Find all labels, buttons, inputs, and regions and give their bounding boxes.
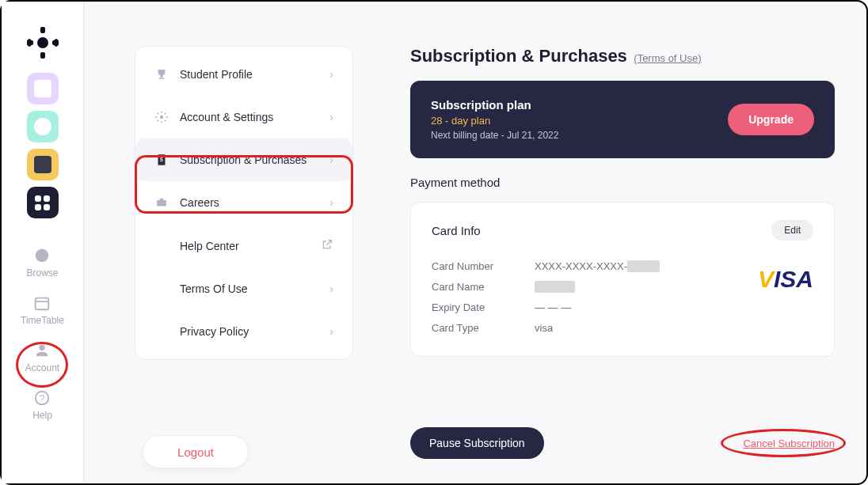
chevron-right-icon: › [329,68,333,81]
card-number-value: XXXX-XXXX-XXXX-0077 [535,256,660,277]
nav-help[interactable]: ? Help [32,389,52,421]
upgrade-button[interactable]: Upgrade [728,104,814,135]
external-link-icon [321,238,333,253]
menu-label: Account & Settings [180,111,329,123]
card-expiry-value: — — — [535,297,660,318]
card-type-value: visa [535,318,660,339]
nav-timetable[interactable]: TimeTable [21,294,64,326]
main-content: Subscription & Purchases (Terms of Use) … [410,46,835,357]
workspace-thumb-3[interactable] [27,149,59,180]
menu-student-profile[interactable]: Student Profile › [135,53,352,96]
card-type-label: Card Type [432,318,535,339]
subscription-plan: 28 - day plan [431,115,558,127]
svg-rect-1 [40,27,45,33]
card-info-box: Card Info Edit Card Number Card Name Exp… [410,202,835,357]
svg-point-0 [37,37,48,48]
workspace-thumb-1[interactable] [27,73,59,104]
menu-label: Subscription & Purchases [180,153,329,166]
chevron-right-icon: › [329,111,333,123]
briefcase-icon [154,195,169,210]
subscription-banner: Subscription plan 28 - day plan Next bil… [410,81,835,158]
gear-icon [154,110,169,124]
edit-card-button[interactable]: Edit [771,220,813,241]
visa-logo: VISA [758,266,813,293]
nav-browse[interactable]: Browse [26,247,58,278]
chevron-right-icon: › [329,153,333,166]
card-expiry-label: Expiry Date [432,297,535,318]
payment-method-label: Payment method [410,176,835,189]
subscription-title: Subscription plan [431,98,558,112]
svg-point-16 [160,116,164,119]
svg-point-9 [36,249,49,263]
user-icon [33,342,51,359]
menu-careers[interactable]: Careers › [135,181,352,224]
cancel-subscription-link[interactable]: Cancel Subscription [743,438,835,449]
card-number-label: Card Number [432,256,535,277]
svg-rect-20 [160,199,164,200]
menu-help-center[interactable]: Help Center [135,224,352,267]
compass-icon [33,247,51,264]
nav-account[interactable]: Account [25,342,59,373]
menu-account-settings[interactable]: Account & Settings › [135,96,352,138]
menu-label: Privacy Policy [180,325,329,338]
workspace-add[interactable] [27,187,59,218]
nav-label: TimeTable [21,315,64,326]
help-icon: ? [33,389,51,407]
card-name-value: ——— [535,277,660,297]
subscription-next-billing: Next billing date - Jul 21, 2022 [431,130,558,141]
trophy-icon [154,67,169,81]
menu-label: Careers [180,196,329,209]
logout-button[interactable]: Logout [143,435,249,468]
svg-rect-2 [40,52,45,59]
menu-label: Student Profile [180,68,329,81]
svg-text:?: ? [40,393,45,404]
app-logo [27,27,59,59]
pause-subscription-button[interactable]: Pause Subscription [410,427,544,459]
nav-label: Browse [26,267,58,278]
workspace-thumb-2[interactable] [27,111,59,142]
settings-menu: Student Profile › Account & Settings › $… [135,46,353,360]
terms-of-use-link[interactable]: (Terms of Use) [634,52,701,64]
chevron-right-icon: › [329,196,333,209]
svg-rect-11 [36,298,49,310]
menu-subscription[interactable]: $ Subscription & Purchases › [135,138,352,181]
svg-text:$: $ [160,157,163,162]
menu-label: Help Center [180,240,321,252]
calendar-icon [33,294,51,312]
menu-terms[interactable]: Terms Of Use › [135,267,352,310]
page-title: Subscription & Purchases [410,46,627,66]
nav-label: Account [25,362,59,373]
menu-label: Terms Of Use [180,282,329,295]
receipt-icon: $ [154,153,169,167]
svg-rect-19 [157,200,166,207]
chevron-right-icon: › [329,282,333,295]
menu-privacy[interactable]: Privacy Policy › [135,310,352,353]
chevron-right-icon: › [329,325,333,338]
svg-point-13 [40,345,45,350]
nav-label: Help [32,410,52,421]
card-info-title: Card Info [432,224,481,237]
left-rail: Browse TimeTable Account ? Help [2,2,84,483]
card-name-label: Card Name [432,277,535,297]
